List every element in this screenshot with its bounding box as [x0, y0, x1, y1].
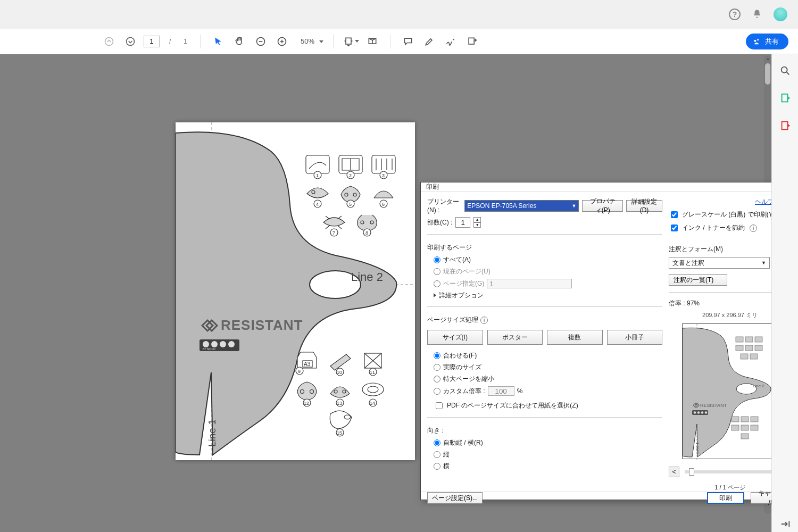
custom-scale-radio[interactable]: カスタム倍率 : %: [434, 386, 662, 396]
cancel-button[interactable]: キャンセル: [751, 492, 771, 504]
share-label: 共有: [765, 37, 779, 46]
svg-rect-93: [782, 94, 787, 102]
orient-auto-radio[interactable]: 自動縦 / 横(R): [434, 438, 662, 447]
pages-range-input[interactable]: [487, 279, 572, 288]
paper-dimensions: 209.97 x 296.97 ミリ: [669, 311, 771, 319]
info-icon[interactable]: i: [750, 225, 757, 232]
info-icon[interactable]: i: [480, 317, 488, 324]
share-button[interactable]: 共有: [746, 34, 788, 49]
preview-slider[interactable]: [685, 470, 771, 473]
orient-landscape-radio[interactable]: 横: [434, 462, 662, 471]
hand-tool[interactable]: [231, 34, 247, 49]
highlight-tool[interactable]: [421, 34, 437, 49]
page-separator: /: [169, 38, 171, 45]
page-total: 1: [184, 38, 187, 45]
page-number-input[interactable]: [144, 36, 160, 47]
printer-select[interactable]: EPSON EP-705A Series ▼: [464, 200, 579, 212]
svg-point-8: [757, 39, 759, 40]
zoom-in-button[interactable]: [274, 34, 290, 49]
svg-text:4: 4: [316, 202, 319, 207]
stamp-tool[interactable]: [464, 34, 480, 49]
page-setup-button[interactable]: ページ設定(S)...: [427, 492, 483, 504]
svg-point-15: [220, 341, 226, 347]
orient-portrait-radio[interactable]: 縦: [434, 450, 662, 459]
svg-text:BY   NC   ND: BY NC ND: [203, 347, 215, 351]
tab-poster[interactable]: ポスター: [487, 330, 543, 345]
svg-text:11: 11: [370, 370, 375, 375]
main-toolbar: / 1 50% 共有: [0, 29, 798, 54]
svg-rect-4: [346, 38, 351, 44]
svg-rect-86: [741, 417, 749, 422]
create-pdf-icon[interactable]: [777, 118, 793, 134]
slider-handle[interactable]: [689, 468, 694, 476]
save-toner-checkbox[interactable]: インク / トナーを節約i: [669, 223, 771, 233]
comments-select[interactable]: 文書と注釈▼: [669, 257, 770, 269]
advanced-settings-button[interactable]: 詳細設定(D): [626, 200, 662, 212]
chevron-down-icon: [355, 40, 359, 43]
copies-up-button[interactable]: ▲: [473, 217, 481, 222]
zoom-dropdown[interactable]: 50%: [301, 37, 323, 45]
read-mode-button[interactable]: [364, 34, 380, 49]
svg-text:Line 2: Line 2: [753, 384, 764, 388]
help-link[interactable]: ヘルプ(H) ⓘ: [755, 198, 771, 205]
pages-current-radio[interactable]: 現在のページ(U): [434, 267, 662, 276]
comments-group-label: 注釈とフォーム(M): [669, 245, 771, 254]
print-button[interactable]: 印刷: [707, 492, 744, 504]
copies-input[interactable]: [455, 217, 470, 228]
svg-text:1: 1: [316, 173, 319, 178]
pages-all-radio[interactable]: すべて(A): [434, 255, 662, 264]
comments-list-button[interactable]: 注釈の一覧(T): [669, 274, 727, 286]
tab-size[interactable]: サイズ(I): [427, 330, 483, 345]
fit-radio[interactable]: 合わせる(F): [434, 351, 662, 360]
tab-booklet[interactable]: 小冊子: [607, 330, 663, 345]
grayscale-checkbox[interactable]: グレースケール (白黒) で印刷(Y): [669, 210, 771, 220]
line2-label: Line 2: [351, 270, 383, 284]
notifications-icon[interactable]: [752, 9, 762, 20]
triangle-right-icon: [434, 293, 436, 297]
svg-rect-79: [755, 337, 762, 342]
page-up-button[interactable]: [101, 34, 117, 49]
sign-tool[interactable]: [443, 34, 459, 49]
svg-text:6: 6: [382, 202, 385, 207]
page-down-button[interactable]: [122, 34, 138, 49]
svg-point-16: [228, 341, 235, 347]
svg-text:A3: A3: [304, 361, 311, 367]
zoom-out-button[interactable]: [253, 34, 269, 49]
svg-text:3: 3: [382, 173, 385, 178]
expand-tools-icon[interactable]: [777, 516, 793, 532]
properties-button[interactable]: プロパティ(P): [582, 200, 623, 212]
custom-scale-input[interactable]: [488, 386, 514, 396]
dialog-titlebar: 印刷: [421, 182, 771, 192]
actual-size-radio[interactable]: 実際のサイズ: [434, 363, 662, 372]
avatar[interactable]: [774, 7, 787, 21]
svg-rect-88: [732, 425, 739, 430]
copies-down-button[interactable]: ▼: [473, 222, 481, 228]
select-tool[interactable]: [210, 34, 226, 49]
scroll-up-icon[interactable]: ▴: [767, 55, 769, 61]
svg-text:12: 12: [304, 401, 309, 406]
svg-text:15: 15: [337, 430, 342, 436]
svg-rect-18: [306, 155, 329, 173]
scroll-thumb[interactable]: [765, 63, 770, 85]
pages-range-radio[interactable]: ページ指定(G): [434, 279, 662, 288]
help-icon[interactable]: ?: [729, 9, 741, 20]
shrink-radio[interactable]: 特大ページを縮小: [434, 375, 662, 384]
pagesize-group-label: ページサイズ処理i: [427, 315, 662, 325]
choose-paper-checkbox[interactable]: PDF のページサイズに合わせて用紙を選択(Z): [434, 401, 662, 411]
svg-point-14: [211, 341, 218, 347]
svg-point-60: [368, 386, 378, 393]
svg-rect-94: [782, 122, 787, 130]
document-canvas[interactable]: ▴ Line 2 Line 1: [0, 54, 771, 532]
comment-tool[interactable]: [400, 34, 416, 49]
svg-text:8: 8: [365, 230, 368, 236]
export-pdf-icon[interactable]: [777, 90, 793, 106]
svg-point-7: [754, 40, 756, 42]
preview-prev-button[interactable]: <: [669, 467, 679, 477]
copies-label: 部数(C) :: [427, 218, 452, 227]
svg-point-74: [697, 411, 700, 413]
more-options-toggle[interactable]: 詳細オプション: [434, 291, 662, 300]
tab-multiple[interactable]: 複数: [547, 330, 603, 345]
main-area: ▴ Line 2 Line 1: [0, 54, 798, 532]
fit-width-button[interactable]: [343, 34, 359, 49]
search-icon[interactable]: [777, 63, 793, 79]
